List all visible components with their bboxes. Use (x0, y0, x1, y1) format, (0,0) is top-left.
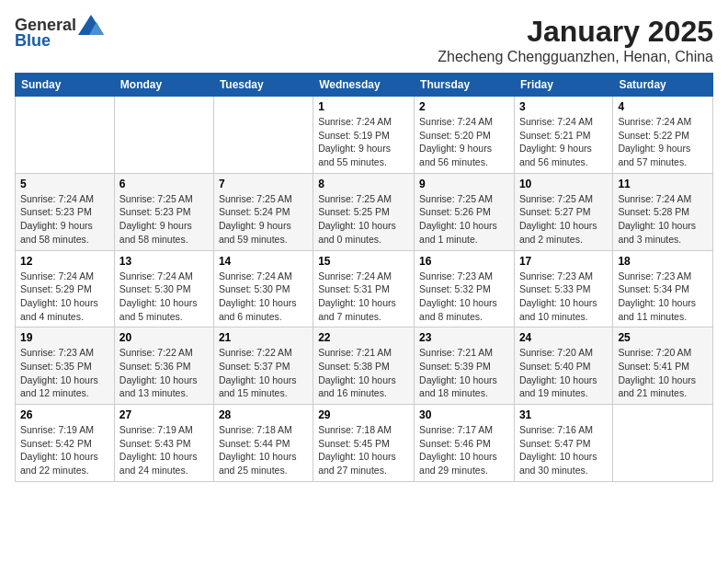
table-row: 30Sunrise: 7:17 AM Sunset: 5:46 PM Dayli… (415, 405, 515, 482)
table-row (16, 97, 115, 174)
day-number: 24 (519, 331, 608, 344)
day-info: Sunrise: 7:20 AM Sunset: 5:40 PM Dayligh… (519, 346, 608, 400)
day-number: 27 (119, 408, 209, 421)
col-monday: Monday (114, 74, 213, 97)
col-wednesday: Wednesday (313, 74, 415, 97)
day-info: Sunrise: 7:25 AM Sunset: 5:23 PM Dayligh… (119, 192, 209, 247)
table-row: 21Sunrise: 7:22 AM Sunset: 5:37 PM Dayli… (213, 327, 313, 405)
day-info: Sunrise: 7:24 AM Sunset: 5:29 PM Dayligh… (20, 270, 109, 324)
table-row: 7Sunrise: 7:25 AM Sunset: 5:24 PM Daylig… (213, 173, 313, 250)
table-row: 15Sunrise: 7:24 AM Sunset: 5:31 PM Dayli… (313, 250, 415, 327)
day-info: Sunrise: 7:24 AM Sunset: 5:28 PM Dayligh… (618, 192, 708, 247)
table-row: 28Sunrise: 7:18 AM Sunset: 5:44 PM Dayli… (213, 405, 313, 482)
day-number: 14 (219, 255, 308, 268)
col-sunday: Sunday (16, 74, 115, 97)
day-number: 19 (20, 331, 109, 344)
table-row: 9Sunrise: 7:25 AM Sunset: 5:26 PM Daylig… (415, 173, 515, 250)
day-info: Sunrise: 7:24 AM Sunset: 5:30 PM Dayligh… (119, 270, 209, 324)
table-row: 26Sunrise: 7:19 AM Sunset: 5:42 PM Dayli… (16, 405, 115, 482)
table-row (114, 97, 213, 174)
day-info: Sunrise: 7:24 AM Sunset: 5:19 PM Dayligh… (318, 115, 409, 169)
table-row: 19Sunrise: 7:23 AM Sunset: 5:35 PM Dayli… (16, 327, 115, 405)
day-info: Sunrise: 7:23 AM Sunset: 5:33 PM Dayligh… (519, 270, 608, 324)
table-row: 14Sunrise: 7:24 AM Sunset: 5:30 PM Dayli… (213, 250, 313, 327)
calendar-week-row: 19Sunrise: 7:23 AM Sunset: 5:35 PM Dayli… (16, 327, 713, 405)
day-info: Sunrise: 7:20 AM Sunset: 5:41 PM Dayligh… (618, 346, 708, 400)
table-row: 1Sunrise: 7:24 AM Sunset: 5:19 PM Daylig… (313, 97, 415, 174)
day-info: Sunrise: 7:25 AM Sunset: 5:25 PM Dayligh… (318, 192, 409, 247)
day-number: 10 (519, 178, 608, 190)
table-row: 24Sunrise: 7:20 AM Sunset: 5:40 PM Dayli… (514, 327, 612, 405)
calendar-header-row: Sunday Monday Tuesday Wednesday Thursday… (16, 74, 713, 97)
day-info: Sunrise: 7:24 AM Sunset: 5:30 PM Dayligh… (219, 270, 308, 324)
day-info: Sunrise: 7:24 AM Sunset: 5:31 PM Dayligh… (318, 270, 409, 324)
table-row: 23Sunrise: 7:21 AM Sunset: 5:39 PM Dayli… (415, 327, 515, 405)
calendar-week-row: 12Sunrise: 7:24 AM Sunset: 5:29 PM Dayli… (16, 250, 713, 327)
day-info: Sunrise: 7:19 AM Sunset: 5:42 PM Dayligh… (20, 423, 109, 477)
day-number: 3 (519, 100, 608, 113)
table-row: 5Sunrise: 7:24 AM Sunset: 5:23 PM Daylig… (16, 173, 115, 250)
day-number: 1 (318, 100, 409, 113)
day-info: Sunrise: 7:17 AM Sunset: 5:46 PM Dayligh… (419, 423, 509, 477)
logo: General Blue (15, 15, 104, 51)
logo-text-blue: Blue (15, 31, 51, 51)
table-row: 29Sunrise: 7:18 AM Sunset: 5:45 PM Dayli… (313, 405, 415, 482)
day-number: 8 (318, 178, 409, 190)
table-row (613, 405, 713, 482)
day-info: Sunrise: 7:23 AM Sunset: 5:34 PM Dayligh… (618, 270, 708, 324)
table-row: 11Sunrise: 7:24 AM Sunset: 5:28 PM Dayli… (613, 173, 713, 250)
table-row: 17Sunrise: 7:23 AM Sunset: 5:33 PM Dayli… (514, 250, 612, 327)
day-number: 15 (318, 255, 409, 268)
day-info: Sunrise: 7:21 AM Sunset: 5:38 PM Dayligh… (318, 346, 409, 400)
logo-icon (78, 15, 104, 35)
day-info: Sunrise: 7:18 AM Sunset: 5:44 PM Dayligh… (219, 423, 308, 477)
calendar-week-row: 26Sunrise: 7:19 AM Sunset: 5:42 PM Dayli… (16, 405, 713, 482)
table-row: 13Sunrise: 7:24 AM Sunset: 5:30 PM Dayli… (114, 250, 213, 327)
month-title: January 2025 (438, 15, 713, 49)
day-number: 25 (618, 331, 708, 344)
day-info: Sunrise: 7:19 AM Sunset: 5:43 PM Dayligh… (119, 423, 209, 477)
day-info: Sunrise: 7:16 AM Sunset: 5:47 PM Dayligh… (519, 423, 608, 477)
day-info: Sunrise: 7:22 AM Sunset: 5:36 PM Dayligh… (119, 346, 209, 400)
table-row: 8Sunrise: 7:25 AM Sunset: 5:25 PM Daylig… (313, 173, 415, 250)
col-saturday: Saturday (613, 74, 713, 97)
day-info: Sunrise: 7:24 AM Sunset: 5:21 PM Dayligh… (519, 115, 608, 169)
day-number: 9 (419, 178, 509, 190)
table-row: 12Sunrise: 7:24 AM Sunset: 5:29 PM Dayli… (16, 250, 115, 327)
title-area: January 2025 Zhecheng Chengguanzhen, Hen… (438, 15, 713, 65)
col-tuesday: Tuesday (213, 74, 313, 97)
table-row: 10Sunrise: 7:25 AM Sunset: 5:27 PM Dayli… (514, 173, 612, 250)
location-title: Zhecheng Chengguanzhen, Henan, China (438, 49, 713, 65)
table-row: 27Sunrise: 7:19 AM Sunset: 5:43 PM Dayli… (114, 405, 213, 482)
table-row: 3Sunrise: 7:24 AM Sunset: 5:21 PM Daylig… (514, 97, 612, 174)
day-info: Sunrise: 7:25 AM Sunset: 5:24 PM Dayligh… (219, 192, 308, 247)
table-row: 16Sunrise: 7:23 AM Sunset: 5:32 PM Dayli… (415, 250, 515, 327)
day-number: 13 (119, 255, 209, 268)
col-thursday: Thursday (415, 74, 515, 97)
day-number: 23 (419, 331, 509, 344)
calendar-week-row: 1Sunrise: 7:24 AM Sunset: 5:19 PM Daylig… (16, 97, 713, 174)
day-number: 6 (119, 178, 209, 190)
day-info: Sunrise: 7:24 AM Sunset: 5:22 PM Dayligh… (618, 115, 708, 169)
day-number: 7 (219, 178, 308, 190)
table-row: 18Sunrise: 7:23 AM Sunset: 5:34 PM Dayli… (613, 250, 713, 327)
calendar-week-row: 5Sunrise: 7:24 AM Sunset: 5:23 PM Daylig… (16, 173, 713, 250)
day-number: 4 (618, 100, 708, 113)
day-number: 11 (618, 178, 708, 190)
day-info: Sunrise: 7:22 AM Sunset: 5:37 PM Dayligh… (219, 346, 308, 400)
day-number: 20 (119, 331, 209, 344)
day-info: Sunrise: 7:23 AM Sunset: 5:32 PM Dayligh… (419, 270, 509, 324)
day-number: 17 (519, 255, 608, 268)
day-info: Sunrise: 7:23 AM Sunset: 5:35 PM Dayligh… (20, 346, 109, 400)
day-number: 28 (219, 408, 308, 421)
day-number: 26 (20, 408, 109, 421)
day-info: Sunrise: 7:21 AM Sunset: 5:39 PM Dayligh… (419, 346, 509, 400)
day-number: 16 (419, 255, 509, 268)
table-row: 20Sunrise: 7:22 AM Sunset: 5:36 PM Dayli… (114, 327, 213, 405)
day-number: 31 (519, 408, 608, 421)
table-row: 25Sunrise: 7:20 AM Sunset: 5:41 PM Dayli… (613, 327, 713, 405)
day-number: 21 (219, 331, 308, 344)
day-info: Sunrise: 7:25 AM Sunset: 5:27 PM Dayligh… (519, 192, 608, 247)
day-number: 18 (618, 255, 708, 268)
day-info: Sunrise: 7:25 AM Sunset: 5:26 PM Dayligh… (419, 192, 509, 247)
